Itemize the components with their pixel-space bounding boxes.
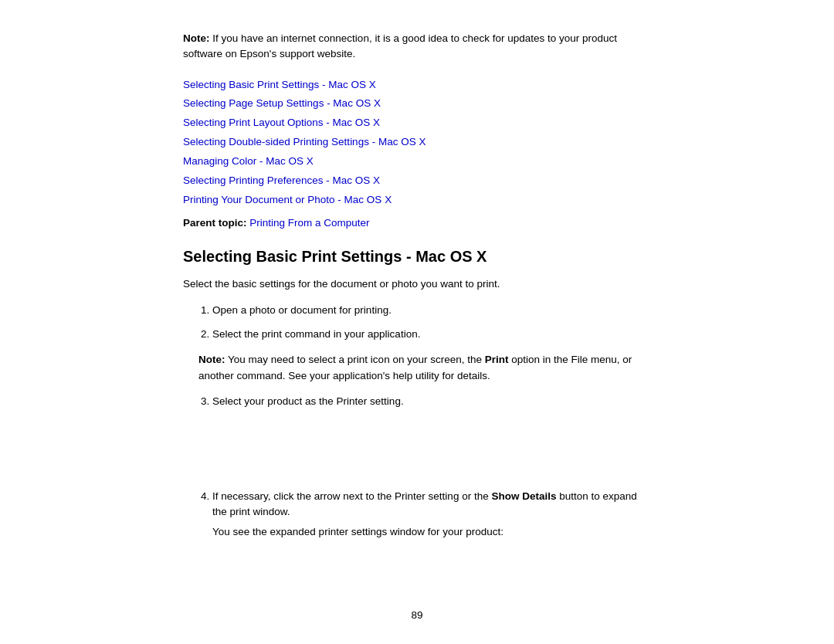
inline-note-bold-label: Note: (198, 354, 225, 365)
step4-list: If necessary, click the arrow next to th… (198, 488, 651, 541)
step-2: Select the print command in your applica… (212, 326, 651, 344)
step4-container: If necessary, click the arrow next to th… (183, 488, 651, 541)
note-text: If you have an internet connection, it i… (183, 32, 617, 59)
step-4-text1: If necessary, click the arrow next to th… (212, 490, 491, 502)
step3-list: Select your product as the Printer setti… (198, 393, 651, 411)
link-double-sided-printing[interactable]: Selecting Double-sided Printing Settings… (183, 134, 651, 151)
parent-topic-link[interactable]: Printing From a Computer (249, 217, 369, 229)
page-container: Note: If you have an internet connection… (0, 0, 834, 644)
step-3: Select your product as the Printer setti… (212, 393, 651, 411)
section-heading: Selecting Basic Print Settings - Mac OS … (183, 248, 651, 266)
section-intro: Select the basic settings for the docume… (183, 276, 651, 292)
step-4-sub-text: You see the expanded printer settings wi… (212, 524, 651, 540)
step-3-text2: setting. (367, 395, 403, 407)
step-4-text: If necessary, click the arrow next to th… (212, 489, 651, 520)
step-1: Open a photo or document for printing. (212, 302, 651, 320)
parent-topic: Parent topic: Printing From a Computer (183, 215, 651, 231)
step-1-text: Open a photo or document for printing. (212, 304, 392, 316)
link-basic-print-settings[interactable]: Selecting Basic Print Settings - Mac OS … (183, 76, 651, 94)
step-4-bold: Show Details (491, 490, 556, 502)
page-number: 89 (411, 609, 422, 621)
link-managing-color[interactable]: Managing Color - Mac OS X (183, 153, 651, 171)
step-3-text1: Select your product as the (212, 395, 337, 407)
parent-topic-label: Parent topic: (183, 217, 247, 229)
link-print-layout-options[interactable]: Selecting Print Layout Options - Mac OS … (183, 114, 651, 132)
note-bold-label: Note: (183, 32, 210, 44)
step-3-bold: Printer (337, 395, 368, 407)
inline-note: Note: You may need to select a print ico… (198, 352, 651, 384)
links-section: Selecting Basic Print Settings - Mac OS … (183, 76, 651, 210)
step-4: If necessary, click the arrow next to th… (212, 488, 651, 541)
link-page-setup-settings[interactable]: Selecting Page Setup Settings - Mac OS X (183, 95, 651, 113)
link-printing-document-photo[interactable]: Printing Your Document or Photo - Mac OS… (183, 192, 651, 209)
steps-list: Open a photo or document for printing. S… (198, 302, 651, 344)
inline-note-bold-word: Print (485, 354, 509, 365)
link-printing-preferences[interactable]: Selecting Printing Preferences - Mac OS … (183, 172, 651, 190)
inline-note-text1: You may need to select a print icon on y… (225, 354, 485, 365)
top-note: Note: If you have an internet connection… (183, 31, 651, 63)
step-2-text: Select the print command in your applica… (212, 328, 420, 340)
